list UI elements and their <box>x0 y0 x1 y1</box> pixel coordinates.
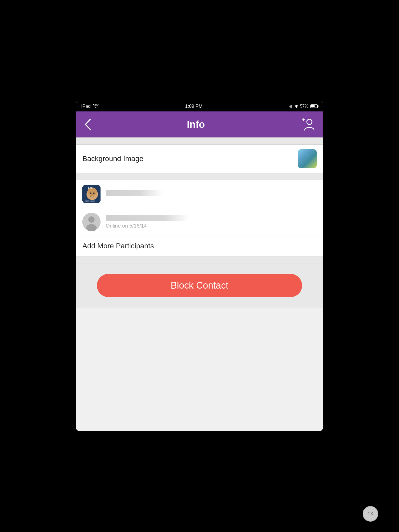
nav-bar: Info <box>76 111 323 137</box>
svg-text:BRO: BRO <box>88 187 93 189</box>
wifi-icon <box>93 104 98 109</box>
add-participants-label: Add More Participants <box>82 242 154 250</box>
section-gap-top <box>76 137 323 145</box>
contact-1-name-blur <box>106 190 163 196</box>
location-icon: ⊕ <box>289 104 292 109</box>
background-image-row[interactable]: Background Image <box>76 145 323 173</box>
background-image-label: Background Image <box>82 155 298 163</box>
block-contact-button[interactable]: Block Contact <box>97 274 302 297</box>
status-bar: iPad 1:09 PM ⊕ ✱ 57% <box>76 101 323 111</box>
back-button[interactable] <box>84 118 91 130</box>
section-gap-2 <box>76 256 323 263</box>
section-gap-1 <box>76 173 323 180</box>
svg-point-7 <box>93 192 95 194</box>
contact-row-2[interactable]: Online on 5/16/14 <box>76 208 323 236</box>
time-label: 1:09 PM <box>185 104 202 109</box>
contact-2-info: Online on 5/16/14 <box>106 215 317 229</box>
page-title: Info <box>187 119 205 130</box>
contact-2-avatar <box>82 213 101 231</box>
svg-point-8 <box>91 194 93 195</box>
add-contact-button[interactable] <box>301 117 315 132</box>
block-section: Block Contact <box>76 263 323 308</box>
battery-icon <box>310 104 318 108</box>
contact-1-avatar: BRO WETIN CONCEI <box>82 185 101 203</box>
background-gradient <box>298 149 317 168</box>
contact-row-1[interactable]: BRO WETIN CONCEI <box>76 180 323 208</box>
add-participants-row[interactable]: Add More Participants <box>76 236 323 256</box>
bluetooth-icon: ✱ <box>295 104 298 109</box>
status-left: iPad <box>81 104 98 109</box>
meme-avatar: BRO WETIN CONCEI <box>82 185 101 203</box>
battery-percent: 57% <box>300 104 308 109</box>
svg-text:WETIN CONCEI: WETIN CONCEI <box>85 200 95 202</box>
carrier-label: iPad <box>81 104 91 109</box>
contact-2-status: Online on 5/16/14 <box>106 223 147 229</box>
svg-point-6 <box>90 192 91 194</box>
zoom-label: 1X <box>368 511 373 517</box>
svg-point-12 <box>88 216 95 223</box>
zoom-indicator[interactable]: 1X <box>363 506 378 522</box>
background-thumbnail[interactable] <box>298 149 317 168</box>
content-area: Background Image <box>76 137 323 431</box>
svg-point-2 <box>307 119 312 124</box>
contact-2-name-blur <box>106 215 189 221</box>
status-right: ⊕ ✱ 57% <box>289 104 318 109</box>
contact-1-info <box>106 190 317 198</box>
